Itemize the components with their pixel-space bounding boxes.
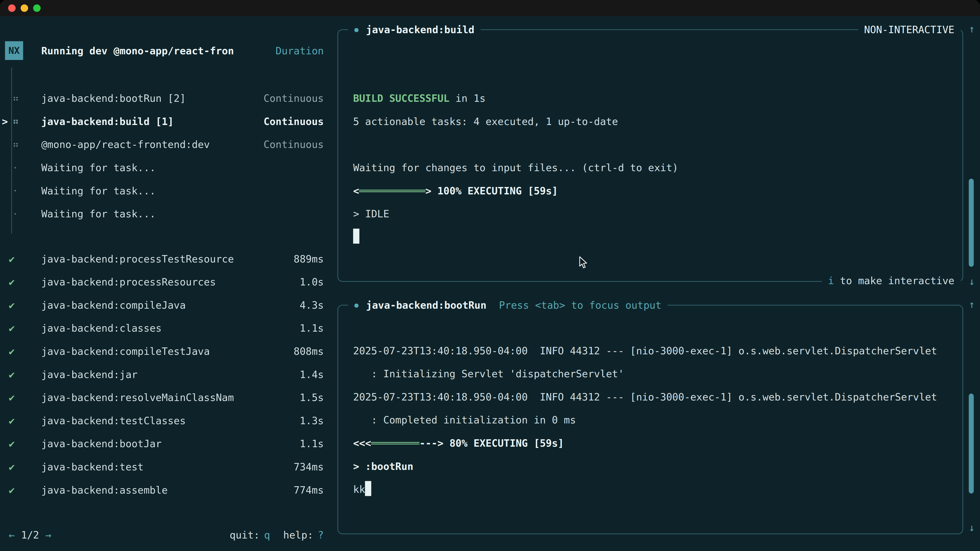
task-label: Waiting for task... <box>41 202 324 225</box>
completed-task-row[interactable]: ✔ java-backend:compileTestJava 808ms <box>0 340 331 363</box>
completed-task-row[interactable]: ✔ java-backend:testClasses 1.3s <box>0 409 331 432</box>
nx-logo: NX <box>5 41 23 60</box>
zoom-button-icon[interactable] <box>33 4 41 12</box>
pane-bullet-icon: ● <box>355 297 359 314</box>
completed-task-row[interactable]: ✔ java-backend:compileJava 4.3s <box>0 294 331 317</box>
mode-label-text: NON-INTERACTIVE <box>864 22 955 38</box>
task-label: java-backend:testClasses <box>41 409 300 432</box>
build-pane-scrollbar[interactable] <box>969 179 974 267</box>
completed-task-list: ✔ java-backend:processTestResource 889ms… <box>0 248 331 502</box>
scroll-down-icon[interactable]: ↓ <box>965 274 979 289</box>
task-duration: 774ms <box>294 478 324 502</box>
terminal-window: NX Running dev @mono-app/react-fron Dura… <box>0 0 980 551</box>
display-scaler: NX Running dev @mono-app/react-fron Dura… <box>0 0 980 551</box>
task-list-footer: ← 1/2 → quit: q help: ? <box>9 524 324 547</box>
task-row[interactable]: ⠶ java-backend:build [1] Continuous <box>0 110 331 133</box>
task-duration: 1.5s <box>300 386 324 409</box>
task-status: Continuous <box>264 110 324 133</box>
window-titlebar <box>0 0 980 16</box>
completed-task-row[interactable]: ✔ java-backend:classes 1.1s <box>0 317 331 340</box>
task-label: java-backend:resolveMainClassNam <box>41 386 300 409</box>
bootrun-terminal-output[interactable]: 2025-07-23T13:40:18.950-04:00 INFO 44312… <box>338 306 963 501</box>
interactive-hint-text: to make interactive <box>834 273 955 289</box>
task-list-panel: NX Running dev @mono-app/react-fron Dura… <box>0 16 331 551</box>
focus-output-hint: Press <tab> to focus output <box>499 297 662 314</box>
interactive-key[interactable]: i <box>828 273 834 289</box>
task-label: java-backend:bootJar <box>41 432 300 456</box>
task-duration: 1.1s <box>300 432 324 456</box>
mouse-cursor <box>579 256 588 272</box>
scroll-up-icon[interactable]: ↑ <box>965 297 979 313</box>
task-row[interactable]: · Waiting for task... <box>0 202 331 225</box>
pane-bullet-icon: ● <box>355 22 359 38</box>
check-icon: ✔ <box>9 340 41 363</box>
task-spinner-icon: ⠶ <box>13 133 41 156</box>
check-icon: ✔ <box>9 432 41 456</box>
completed-task-row[interactable]: ✔ java-backend:processResources 1.0s <box>0 270 331 294</box>
task-duration: 808ms <box>294 340 324 363</box>
task-label: java-backend:processResources <box>41 270 300 294</box>
close-button-icon[interactable] <box>8 4 16 12</box>
keyboard-hints: quit: q help: ? <box>230 524 324 547</box>
task-spinner-icon: ⠶ <box>13 110 41 133</box>
task-duration: 4.3s <box>300 294 324 317</box>
task-label: java-backend:assemble <box>41 478 294 502</box>
build-pane-title: ● java-backend:build <box>348 22 480 38</box>
task-spinner-icon: · <box>13 202 41 225</box>
completed-task-row[interactable]: ✔ java-backend:resolveMainClassNam 1.5s <box>0 386 331 409</box>
task-status: Continuous <box>264 87 324 110</box>
completed-task-row[interactable]: ✔ java-backend:processTestResource 889ms <box>0 248 331 271</box>
nx-tui: NX Running dev @mono-app/react-fron Dura… <box>0 16 980 551</box>
task-row[interactable]: · Waiting for task... <box>0 179 331 203</box>
run-command-title: Running dev @mono-app/react-fron <box>41 44 234 57</box>
task-label: @mono-app/react-frontend:dev <box>41 133 264 156</box>
page-indicator: 1/2 <box>21 524 39 547</box>
completed-task-row[interactable]: ✔ java-backend:bootJar 1.1s <box>0 432 331 456</box>
quit-key[interactable]: q <box>264 524 270 547</box>
running-task-list: ⠶ java-backend:bootRun [2] Continuous ⠶ … <box>0 87 331 225</box>
duration-column-header: Duration <box>275 44 324 57</box>
page-prev-arrow[interactable]: ← <box>9 524 15 547</box>
page-next-arrow[interactable]: → <box>45 524 52 547</box>
scroll-up-icon[interactable]: ↑ <box>965 22 979 37</box>
scroll-down-icon[interactable]: ↓ <box>965 520 979 535</box>
bootrun-pane-title: ● java-backend:bootRun Press <tab> to fo… <box>348 297 668 314</box>
task-row[interactable]: ⠶ java-backend:bootRun [2] Continuous <box>0 87 331 110</box>
check-icon: ✔ <box>9 409 41 432</box>
task-row[interactable]: · Waiting for task... <box>0 156 331 179</box>
pagination: ← 1/2 → <box>9 524 51 547</box>
completed-task-row[interactable]: ✔ java-backend:assemble 774ms <box>0 478 331 502</box>
completed-task-row[interactable]: ✔ java-backend:jar 1.4s <box>0 363 331 386</box>
task-spinner-icon: · <box>13 156 41 179</box>
task-status: Continuous <box>264 133 324 156</box>
check-icon: ✔ <box>9 386 41 409</box>
pane-title-text: java-backend:bootRun <box>366 297 487 314</box>
check-icon: ✔ <box>9 248 41 271</box>
task-list-header: NX Running dev @mono-app/react-fron Dura… <box>5 41 324 60</box>
check-icon: ✔ <box>9 270 41 294</box>
task-label: java-backend:bootRun [2] <box>41 87 264 110</box>
task-label: Waiting for task... <box>41 179 324 203</box>
task-label: java-backend:build [1] <box>41 110 264 133</box>
check-icon: ✔ <box>9 363 41 386</box>
bootrun-pane-scrollbar[interactable] <box>969 394 974 494</box>
completed-task-row[interactable]: ✔ java-backend:test 734ms <box>0 455 331 478</box>
help-label: help: <box>283 524 313 547</box>
task-duration: 734ms <box>294 455 324 478</box>
task-label: java-backend:classes <box>41 317 300 340</box>
task-row[interactable]: ⠶ @mono-app/react-frontend:dev Continuou… <box>0 133 331 156</box>
help-key[interactable]: ? <box>318 524 324 547</box>
build-terminal-output[interactable]: BUILD SUCCESSFUL in 1s5 actionable tasks… <box>338 30 963 249</box>
task-label: Waiting for task... <box>41 156 324 179</box>
pane-title-text: java-backend:build <box>366 22 474 38</box>
check-icon: ✔ <box>9 294 41 317</box>
task-label: java-backend:processTestResource <box>41 248 294 271</box>
check-icon: ✔ <box>9 478 41 502</box>
build-output-pane: ● java-backend:build NON-INTERACTIVE BUI… <box>337 29 963 282</box>
task-duration: 1.3s <box>300 409 324 432</box>
task-duration: 1.4s <box>300 363 324 386</box>
task-label: java-backend:compileJava <box>41 294 300 317</box>
task-label: java-backend:compileTestJava <box>41 340 294 363</box>
minimize-button-icon[interactable] <box>21 4 28 12</box>
task-spinner-icon: ⠶ <box>13 87 41 110</box>
